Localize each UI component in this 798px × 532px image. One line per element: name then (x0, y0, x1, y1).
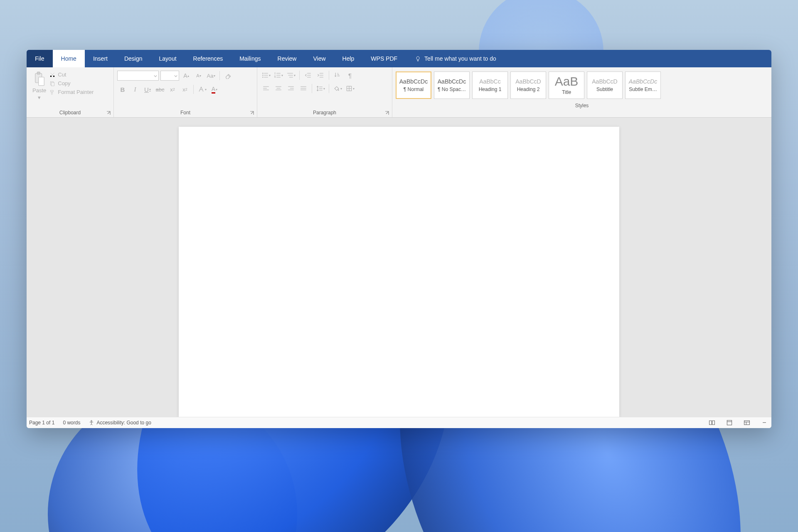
paragraph-dialog-launcher[interactable] (384, 111, 389, 116)
tell-me-label: Tell me what you want to do (424, 55, 496, 62)
style-preview: AaB (555, 75, 579, 88)
tab-insert[interactable]: Insert (85, 50, 116, 67)
numbering-button[interactable]: ▾ (273, 71, 284, 80)
tell-me-search[interactable]: Tell me what you want to do (406, 50, 496, 67)
bold-button[interactable]: B (117, 85, 128, 94)
font-color-button[interactable]: A▾ (209, 85, 220, 94)
tab-review[interactable]: Review (269, 50, 305, 67)
sort-button[interactable] (332, 71, 343, 80)
print-layout-icon (726, 420, 733, 426)
italic-button[interactable]: I (130, 85, 140, 94)
tab-references[interactable]: References (185, 50, 232, 67)
copy-button[interactable]: Copy (49, 80, 94, 86)
line-spacing-button[interactable]: ▾ (315, 84, 326, 93)
view-read-mode-button[interactable] (707, 419, 717, 426)
svg-point-44 (91, 420, 92, 421)
text-highlight-button[interactable]: ▾ (197, 85, 207, 94)
chevron-down-icon (153, 73, 158, 79)
subscript-button[interactable]: x2 (167, 85, 178, 94)
align-right-button[interactable] (286, 84, 296, 93)
style-preview: AaBbCcDc (438, 78, 466, 85)
style-name: Title (562, 89, 571, 95)
decrease-indent-button[interactable] (303, 71, 313, 80)
borders-icon (346, 85, 352, 92)
number-list-icon (274, 72, 281, 79)
style-tile--normal[interactable]: AaBbCcDc¶ Normal (396, 71, 431, 99)
grow-font-button[interactable]: A▴ (181, 71, 192, 80)
borders-button[interactable]: ▾ (345, 84, 355, 93)
format-painter-button[interactable]: Format Painter (49, 89, 94, 95)
group-clipboard: Paste ▾ Cut Copy Format Painter (27, 67, 113, 117)
strikethrough-button[interactable]: abc (155, 85, 165, 94)
style-tile-subtitle[interactable]: AaBbCcDSubtitle (587, 71, 623, 99)
style-tile-subtle-em-[interactable]: AaBbCcDcSubtle Em… (625, 71, 661, 99)
tab-wps-pdf[interactable]: WPS PDF (362, 50, 406, 67)
tab-design[interactable]: Design (116, 50, 151, 67)
tab-help[interactable]: Help (334, 50, 363, 67)
style-tile-heading-1[interactable]: AaBbCcHeading 1 (472, 71, 508, 99)
svg-rect-45 (727, 420, 732, 425)
svg-rect-47 (744, 421, 750, 425)
copy-icon (49, 81, 55, 86)
show-hide-marks-button[interactable]: ¶ (345, 71, 355, 80)
document-canvas[interactable] (27, 118, 771, 417)
shrink-font-button[interactable]: A▾ (193, 71, 204, 80)
tab-mailings[interactable]: Mailings (231, 50, 269, 67)
change-case-button[interactable]: Aa▾ (206, 71, 217, 80)
clear-formatting-button[interactable] (223, 71, 234, 80)
separator (312, 84, 312, 93)
tab-view[interactable]: View (305, 50, 334, 67)
style-tile--no-spac-[interactable]: AaBbCcDc¶ No Spac… (434, 71, 470, 99)
zoom-out-button[interactable]: − (760, 419, 769, 426)
view-print-layout-button[interactable] (725, 419, 734, 426)
svg-point-9 (262, 75, 263, 76)
style-preview: AaBbCcDc (629, 78, 657, 85)
svg-rect-6 (52, 82, 54, 86)
superscript-button[interactable]: x2 (180, 85, 190, 94)
status-accessibility-label: Accessibility: Good to go (96, 420, 151, 426)
align-left-icon (263, 85, 269, 92)
style-name: ¶ No Spac… (438, 86, 466, 92)
accessibility-icon (89, 420, 94, 426)
style-tile-heading-2[interactable]: AaBbCcDHeading 2 (510, 71, 546, 99)
text-effects-icon (198, 86, 204, 93)
document-page[interactable] (179, 127, 619, 417)
shading-button[interactable]: ▾ (332, 84, 343, 93)
bullet-list-icon (262, 72, 268, 79)
paste-button[interactable]: Paste ▾ (30, 71, 49, 101)
bullets-button[interactable]: ▾ (261, 71, 271, 80)
font-name-combo[interactable] (117, 71, 159, 81)
style-preview: AaBbCcD (592, 78, 617, 85)
align-left-button[interactable] (261, 84, 271, 93)
status-accessibility[interactable]: Accessibility: Good to go (89, 420, 151, 426)
sort-icon (334, 72, 341, 79)
justify-icon (300, 85, 307, 92)
underline-button[interactable]: U▾ (142, 85, 153, 94)
cut-button[interactable]: Cut (49, 71, 94, 78)
style-name: Heading 2 (517, 86, 540, 92)
font-size-combo[interactable] (160, 71, 179, 81)
justify-button[interactable] (298, 84, 309, 93)
status-words[interactable]: 0 words (63, 420, 80, 426)
clipboard-dialog-launcher[interactable] (106, 111, 111, 116)
scissors-icon (49, 72, 55, 78)
font-dialog-launcher[interactable] (249, 111, 254, 116)
multilevel-list-button[interactable]: ▾ (286, 71, 296, 80)
group-label-font: Font (115, 108, 256, 117)
status-page[interactable]: Page 1 of 1 (29, 420, 54, 426)
paste-label: Paste (32, 87, 46, 94)
svg-point-7 (262, 73, 263, 74)
ribbon-tabstrip: File Home Insert Design Layout Reference… (27, 50, 771, 67)
tab-layout[interactable]: Layout (151, 50, 185, 67)
view-web-layout-button[interactable] (742, 419, 751, 426)
svg-point-11 (262, 77, 263, 78)
separator (299, 71, 300, 80)
align-center-button[interactable] (273, 84, 284, 93)
tab-file[interactable]: File (27, 50, 53, 67)
increase-indent-button[interactable] (315, 71, 326, 80)
multilevel-list-icon (287, 72, 293, 79)
copy-label: Copy (58, 80, 70, 86)
tab-home[interactable]: Home (53, 50, 85, 67)
format-painter-label: Format Painter (58, 89, 94, 95)
style-tile-title[interactable]: AaBTitle (549, 71, 584, 99)
